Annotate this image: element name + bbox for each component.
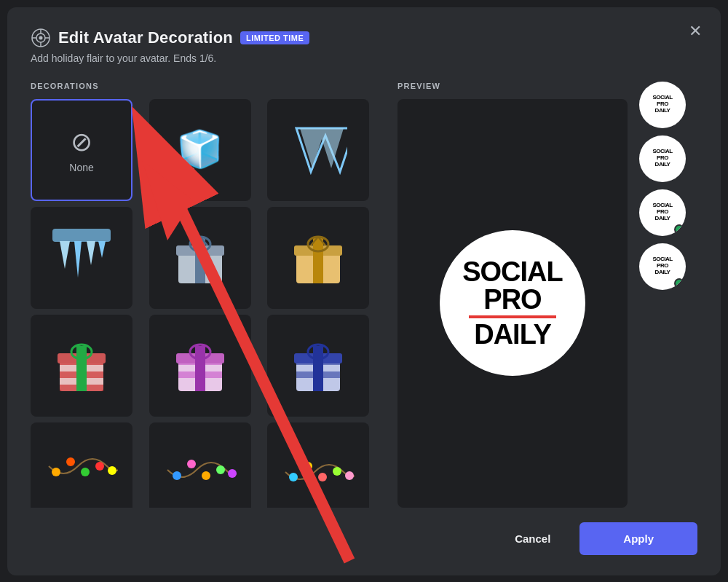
preview-box: SOCIAL PRO DAILY bbox=[397, 99, 628, 508]
decoration-gift-gold[interactable] bbox=[267, 207, 369, 309]
svg-rect-38 bbox=[195, 346, 205, 391]
ice-cube-icon: 🧊 bbox=[176, 131, 223, 169]
decoration-gift-blue[interactable] bbox=[149, 207, 251, 309]
svg-marker-11 bbox=[74, 241, 82, 278]
modal-body: DECORATIONS ⊘ None 🧊 bbox=[31, 82, 697, 508]
contact-item-2: SOCIALPRODAILY bbox=[639, 135, 686, 182]
modal-footer: Cancel Apply bbox=[31, 508, 697, 555]
contact-4-text: SOCIALPRODAILY bbox=[652, 256, 672, 275]
ice-fangs-icon bbox=[289, 121, 347, 179]
svg-rect-32 bbox=[76, 346, 87, 391]
contact-item-4: SOCIALPRODAILY bbox=[639, 243, 686, 290]
contacts-panel: SOCIALPRODAILY SOCIALPRODAILY SOCIALPROD… bbox=[639, 82, 697, 508]
preview-section: PREVIEW SOCIAL PRO DAILY bbox=[397, 82, 628, 508]
svg-marker-10 bbox=[60, 241, 70, 269]
decoration-gift-navy[interactable] bbox=[267, 315, 369, 417]
edit-avatar-decoration-modal: Edit Avatar Decoration LIMITED TIME ✕ Ad… bbox=[7, 7, 721, 575]
svg-point-53 bbox=[202, 471, 210, 480]
decoration-lights-3[interactable] bbox=[267, 422, 369, 508]
svg-rect-16 bbox=[195, 238, 205, 283]
none-label: None bbox=[69, 162, 93, 173]
contact-2-text: SOCIALPRODAILY bbox=[652, 149, 672, 168]
modal-header: Edit Avatar Decoration LIMITED TIME ✕ bbox=[31, 28, 697, 48]
avatar-red-line bbox=[469, 315, 556, 318]
svg-point-52 bbox=[187, 460, 196, 468]
contact-3-text: SOCIALPRODAILY bbox=[652, 202, 672, 221]
preview-label: PREVIEW bbox=[397, 82, 628, 90]
svg-point-56 bbox=[289, 473, 298, 481]
modal-subtitle: Add holiday flair to your avatar. Ends 1… bbox=[31, 52, 697, 64]
decorations-panel: DECORATIONS ⊘ None 🧊 bbox=[31, 82, 380, 508]
svg-point-47 bbox=[66, 457, 75, 466]
svg-point-2 bbox=[39, 36, 43, 39]
svg-point-51 bbox=[173, 471, 181, 480]
svg-point-58 bbox=[318, 473, 327, 481]
svg-point-49 bbox=[95, 462, 104, 471]
decoration-icicles[interactable] bbox=[31, 207, 132, 309]
decoration-lights-1[interactable] bbox=[31, 422, 132, 508]
lights-1-icon bbox=[45, 444, 118, 503]
lights-2-icon bbox=[164, 444, 237, 503]
contact-4-online-dot bbox=[674, 278, 684, 288]
limited-time-badge: LIMITED TIME bbox=[240, 31, 309, 44]
decorations-label: DECORATIONS bbox=[31, 82, 380, 90]
avatar-line-1: SOCIAL bbox=[462, 258, 563, 286]
apply-button[interactable]: Apply bbox=[579, 522, 697, 555]
decorations-grid: ⊘ None 🧊 bbox=[31, 99, 380, 508]
contact-item-3: SOCIALPRODAILY bbox=[639, 189, 686, 236]
avatar-preview: SOCIAL PRO DAILY bbox=[440, 230, 585, 376]
svg-marker-13 bbox=[98, 241, 106, 258]
cancel-button[interactable]: Cancel bbox=[497, 524, 568, 554]
decoration-ice-fangs[interactable] bbox=[267, 99, 369, 201]
avatar-line-3: DAILY bbox=[474, 321, 551, 348]
contact-1-text: SOCIALPRODAILY bbox=[652, 95, 672, 114]
modal-title: Edit Avatar Decoration bbox=[58, 28, 233, 47]
svg-rect-9 bbox=[52, 229, 111, 242]
svg-point-57 bbox=[304, 462, 312, 471]
decoration-lights-2[interactable] bbox=[149, 422, 251, 508]
gift-green-icon bbox=[49, 333, 114, 398]
svg-point-50 bbox=[108, 466, 116, 475]
gift-navy-icon bbox=[285, 333, 351, 398]
svg-marker-12 bbox=[87, 241, 95, 265]
svg-rect-44 bbox=[313, 346, 323, 391]
decoration-none[interactable]: ⊘ None bbox=[31, 99, 132, 201]
decoration-ice-cube[interactable]: 🧊 bbox=[149, 99, 251, 201]
close-button[interactable]: ✕ bbox=[689, 23, 702, 39]
svg-point-59 bbox=[333, 467, 341, 476]
decoration-gift-pink[interactable] bbox=[149, 315, 251, 417]
gift-pink-icon bbox=[167, 333, 233, 398]
avatar-line-2: PRO bbox=[483, 286, 541, 313]
svg-point-55 bbox=[228, 469, 237, 478]
contact-3-online-dot bbox=[674, 224, 684, 235]
svg-point-48 bbox=[81, 468, 90, 476]
blender-icon bbox=[31, 28, 51, 48]
svg-point-46 bbox=[52, 468, 60, 476]
svg-point-54 bbox=[216, 465, 225, 474]
contact-item-1: SOCIALPRODAILY bbox=[639, 82, 686, 128]
svg-point-60 bbox=[345, 471, 354, 480]
lights-3-icon bbox=[282, 444, 355, 503]
icicles-icon bbox=[49, 225, 114, 291]
decoration-gift-green[interactable] bbox=[31, 315, 132, 417]
none-icon: ⊘ bbox=[71, 127, 92, 157]
svg-rect-23 bbox=[313, 238, 323, 283]
right-panel: PREVIEW SOCIAL PRO DAILY bbox=[397, 82, 697, 508]
gift-gold-icon bbox=[285, 225, 351, 291]
gift-blue-icon bbox=[167, 225, 233, 291]
